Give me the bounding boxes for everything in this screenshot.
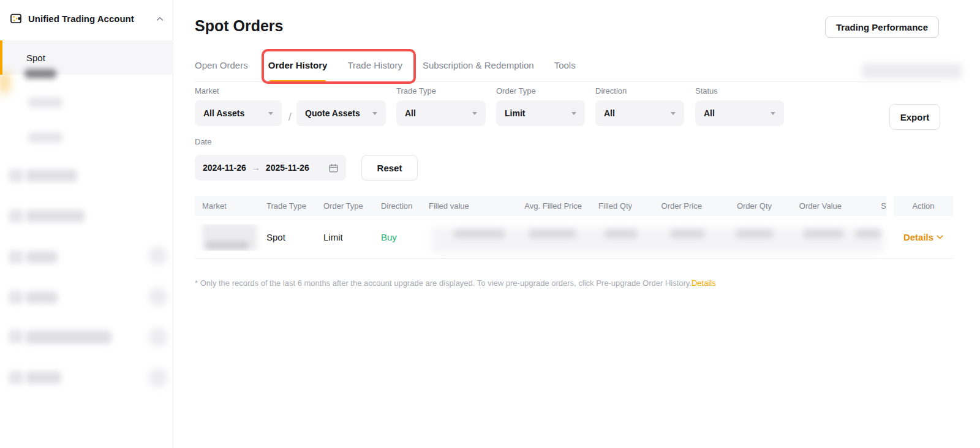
direction-select[interactable]: All [595,100,684,126]
reset-button[interactable]: Reset [361,155,418,181]
cell-action: Details [894,232,953,242]
sidebar-item-blurred[interactable] [26,210,85,222]
footnote-details-link[interactable]: Details [692,278,716,288]
trading-performance-button[interactable]: Trading Performance [825,17,939,38]
redacted-value [736,230,774,238]
quote-asset-value: Quote Assets [305,108,360,118]
status-filter-group: Status All [695,86,784,126]
sidebar-icon-blurred [9,330,23,343]
details-label: Details [903,232,933,242]
date-range-picker[interactable]: 2024-11-26 → 2025-11-26 [195,155,346,181]
sidebar-item-blurred[interactable] [26,170,77,182]
sidebar: Unified Trading Account Spot [0,0,173,448]
trade-type-filter-group: Trade Type All [396,86,486,126]
calendar-icon [329,163,338,173]
market-filter-label: Market [195,86,282,95]
chevron-down-icon [472,112,477,115]
sidebar-item-blurred[interactable] [26,371,61,384]
market-filter-group: Market All Assets [195,86,282,126]
col-header-market: Market [195,201,266,211]
tab-bar: Open Orders Order History Trade History … [195,60,576,82]
col-header-order-qty: Order Qty [702,201,772,211]
sidebar-chevron-blurred [149,368,167,387]
sidebar-icon-blurred [9,371,23,384]
chevron-up-icon[interactable] [156,17,164,21]
blurred-link[interactable] [862,64,962,78]
direction-filter-label: Direction [595,86,684,95]
col-header-order-price: Order Price [632,201,702,211]
cell-trade-type: Spot [266,232,323,242]
tab-subscription-redemption[interactable]: Subscription & Redemption [423,60,534,82]
sidebar-chevron-blurred [149,288,167,306]
sidebar-icon-blurred [9,169,23,182]
cell-market [195,224,266,251]
sidebar-item-blurred[interactable] [26,251,58,263]
status-select[interactable]: All [695,100,784,126]
col-header-filled-qty: Filled Qty [582,201,632,211]
sidebar-chevron-blurred [149,328,167,346]
order-type-filter-label: Order Type [496,86,585,95]
tab-divider [195,81,941,82]
account-title: Unified Trading Account [28,13,150,24]
cell-order-type: Limit [323,232,381,242]
footnote: * Only the records of the last 6 months … [195,278,716,288]
date-filter-group: Date [195,137,211,151]
sidebar-icon-blurred [9,209,23,223]
redacted-value [529,230,576,238]
sidebar-icon-blurred [9,291,23,304]
order-type-filter-group: Order Type Limit [496,86,585,126]
tab-tools[interactable]: Tools [554,60,576,82]
export-button[interactable]: Export [889,104,940,130]
sidebar-chevron-blurred [149,247,167,265]
chevron-down-icon [937,235,943,239]
col-header-status-clipped: S [842,201,886,211]
main-content: Spot Orders Trading Performance Open Ord… [173,0,980,448]
chevron-down-icon [671,112,676,115]
sidebar-item-blurred[interactable] [28,97,62,108]
sidebar-item-label: Spot [26,53,45,63]
page-title: Spot Orders [195,17,283,35]
date-from-value: 2024-11-26 [203,163,246,173]
trade-type-select[interactable]: All [396,100,486,126]
cell-direction: Buy [381,232,429,242]
direction-filter-group: Direction All [595,86,684,126]
chevron-down-icon [771,112,775,115]
trade-type-value: All [405,108,416,118]
redacted-value [453,230,505,238]
order-type-value: Limit [505,108,525,118]
sidebar-item-blurred[interactable] [24,69,56,78]
col-header-order-value: Order Value [772,201,842,211]
sticky-column-gap [886,196,894,216]
base-asset-select[interactable]: All Assets [195,100,282,126]
date-range-arrow-icon: → [252,163,260,173]
status-value: All [704,108,715,118]
details-button[interactable]: Details [894,232,953,242]
footnote-text: * Only the records of the last 6 months … [195,278,692,288]
col-header-action: Action [894,201,953,211]
date-filter-label: Date [195,137,211,146]
chevron-down-icon [571,112,576,115]
order-type-select[interactable]: Limit [496,100,585,126]
table-header-row: Market Trade Type Order Type Direction F… [195,196,953,216]
table-row: Spot Limit Buy Details [195,216,953,259]
col-header-trade-type: Trade Type [266,201,323,211]
col-header-filled-value: Filled value [429,201,508,211]
tab-open-orders[interactable]: Open Orders [195,60,248,82]
tab-order-history[interactable]: Order History [268,60,328,82]
sidebar-item-blurred[interactable] [26,330,111,344]
base-asset-value: All Assets [203,108,244,118]
quote-asset-select[interactable]: Quote Assets [296,100,386,126]
chevron-down-icon [372,112,377,115]
sidebar-item-blurred[interactable] [28,132,62,143]
tab-trade-history[interactable]: Trade History [347,60,402,82]
sidebar-item-blurred[interactable] [26,291,58,304]
chevron-down-icon [268,112,273,115]
account-switcher[interactable]: Unified Trading Account [10,13,164,24]
sidebar-active-bar-blur [0,72,9,93]
sticky-column-gap [886,216,894,258]
redacted-value [604,230,638,238]
trade-type-filter-label: Trade Type [396,86,486,95]
unified-account-icon [10,13,22,24]
pair-separator: / [284,104,296,130]
date-to-value: 2025-11-26 [266,163,309,173]
